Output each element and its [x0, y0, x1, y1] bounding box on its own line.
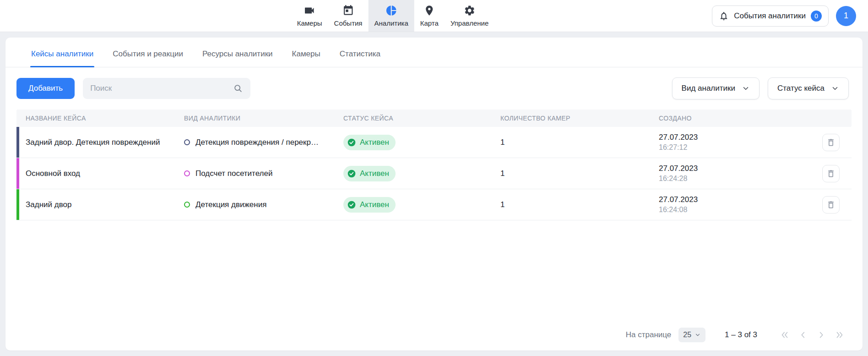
- nav-item-map[interactable]: Карта: [414, 0, 445, 32]
- per-page-value: 25: [683, 331, 691, 339]
- status-badge: Активен: [343, 197, 396, 213]
- analytics-type: Детекция движения: [195, 200, 266, 209]
- created-cell: 27.07.2023 16:27:12: [659, 133, 810, 152]
- case-status-filter[interactable]: Статус кейса: [768, 77, 849, 99]
- case-name: Задний двор: [26, 200, 184, 209]
- prev-page-button[interactable]: [796, 328, 810, 342]
- column-header-camera-count: КОЛИЧЕСТВО КАМЕР: [500, 115, 659, 122]
- nav-item-cameras[interactable]: Камеры: [291, 0, 328, 32]
- analytics-type: Подсчет посетителей: [195, 169, 272, 178]
- created-time: 16:24:08: [659, 206, 810, 214]
- camera-count: 1: [500, 200, 659, 209]
- per-page-select[interactable]: 25: [678, 328, 705, 342]
- table-row[interactable]: Задний двор. Детекция повреждений Детекц…: [16, 127, 852, 158]
- tab-analytics-cases[interactable]: Кейсы аналитики: [31, 49, 93, 67]
- analytics-page: Кейсы аналитики События и реакции Ресурс…: [5, 38, 863, 351]
- created-date: 27.07.2023: [659, 195, 810, 204]
- calendar-icon: [342, 5, 354, 18]
- delete-case-button[interactable]: [822, 196, 840, 214]
- main-nav: Камеры События Аналитика Карта Управлени…: [291, 0, 495, 32]
- analytics-type-ring-icon: [184, 202, 190, 208]
- first-page-button[interactable]: [777, 328, 792, 342]
- delete-case-button[interactable]: [822, 134, 840, 151]
- created-date: 27.07.2023: [659, 164, 810, 173]
- analytics-type-filter[interactable]: Вид аналитики: [672, 77, 760, 99]
- pager-controls: [777, 328, 847, 342]
- column-header-name: НАЗВАНИЕ КЕЙСА: [26, 115, 184, 122]
- analytics-type: Детекция повреждения / перекр…: [195, 138, 319, 147]
- tab-analytics-resources[interactable]: Ресурсы аналитики: [202, 49, 273, 67]
- pie-chart-icon: [385, 5, 397, 18]
- last-page-button[interactable]: [832, 328, 847, 342]
- next-page-button[interactable]: [814, 328, 829, 342]
- status-label: Активен: [360, 200, 389, 209]
- gear-icon: [464, 5, 476, 18]
- column-header-status: СТАТУС КЕЙСА: [343, 115, 500, 122]
- nav-item-settings[interactable]: Управление: [445, 0, 494, 32]
- created-cell: 27.07.2023 16:24:28: [659, 164, 810, 183]
- per-page-label: На странице: [626, 330, 672, 340]
- tab-cameras[interactable]: Камеры: [292, 49, 320, 67]
- check-circle-icon: [347, 138, 356, 147]
- events-button-label: События аналитики: [734, 11, 806, 21]
- tab-events-reactions[interactable]: События и реакции: [113, 49, 183, 67]
- toolbar: Добавить Вид аналитики Статус кейса: [5, 67, 863, 99]
- case-name: Основной вход: [26, 169, 184, 178]
- camera-count: 1: [500, 138, 659, 147]
- nav-label: Камеры: [297, 19, 322, 27]
- double-chevron-right-icon: [835, 330, 845, 340]
- search-icon: [233, 83, 243, 93]
- analytics-events-button[interactable]: События аналитики 0: [712, 5, 829, 27]
- chevron-left-icon: [798, 330, 808, 340]
- filter-label: Вид аналитики: [682, 84, 735, 93]
- chevron-down-icon: [831, 84, 839, 93]
- camera-icon: [304, 5, 315, 18]
- chevron-down-icon: [694, 332, 701, 338]
- double-chevron-left-icon: [780, 330, 790, 340]
- nav-label: Карта: [420, 19, 439, 27]
- chevron-down-icon: [742, 84, 750, 93]
- case-name: Задний двор. Детекция повреждений: [26, 138, 184, 147]
- check-circle-icon: [347, 169, 356, 178]
- table-header: НАЗВАНИЕ КЕЙСА ВИД АНАЛИТИКИ СТАТУС КЕЙС…: [16, 110, 852, 127]
- row-accent-bar: [16, 158, 19, 189]
- created-cell: 27.07.2023 16:24:08: [659, 195, 810, 214]
- nav-label: События: [334, 19, 363, 27]
- events-count-badge: 0: [811, 11, 822, 22]
- analytics-type-ring-icon: [184, 139, 190, 145]
- cases-table: НАЗВАНИЕ КЕЙСА ВИД АНАЛИТИКИ СТАТУС КЕЙС…: [16, 110, 852, 220]
- nav-label: Управление: [450, 19, 488, 27]
- tab-bar: Кейсы аналитики События и реакции Ресурс…: [5, 38, 863, 67]
- filters: Вид аналитики Статус кейса: [672, 77, 849, 99]
- nav-label: Аналитика: [374, 19, 408, 27]
- analytics-type-ring-icon: [184, 170, 190, 176]
- status-badge: Активен: [343, 135, 396, 150]
- nav-item-analytics[interactable]: Аналитика: [369, 0, 414, 32]
- status-label: Активен: [360, 138, 389, 147]
- created-time: 16:27:12: [659, 143, 810, 152]
- status-badge: Активен: [343, 166, 396, 181]
- top-bar: Камеры События Аналитика Карта Управлени…: [0, 0, 868, 32]
- created-time: 16:24:28: [659, 175, 810, 183]
- trash-icon: [826, 138, 835, 147]
- table-row[interactable]: Основной вход Подсчет посетителей Активе…: [16, 158, 852, 189]
- nav-item-events[interactable]: События: [328, 0, 369, 32]
- map-pin-icon: [423, 5, 435, 18]
- add-button[interactable]: Добавить: [16, 78, 75, 99]
- header-right: События аналитики 0 1: [712, 5, 868, 27]
- delete-case-button[interactable]: [822, 165, 840, 182]
- camera-count: 1: [500, 169, 659, 178]
- user-avatar[interactable]: 1: [836, 6, 856, 26]
- tab-statistics[interactable]: Статистика: [340, 49, 380, 67]
- bell-icon: [719, 11, 729, 21]
- trash-icon: [826, 169, 835, 178]
- row-accent-bar: [16, 127, 19, 158]
- pagination-bar: На странице 25 1 – 3 of 3: [5, 328, 863, 351]
- created-date: 27.07.2023: [659, 133, 810, 142]
- filter-label: Статус кейса: [777, 84, 825, 93]
- table-row[interactable]: Задний двор Детекция движения Активен 1 …: [16, 189, 852, 220]
- search-box: [83, 78, 250, 99]
- search-input[interactable]: [90, 84, 233, 93]
- page-range-label: 1 – 3 of 3: [725, 330, 757, 340]
- column-header-analytics-type: ВИД АНАЛИТИКИ: [184, 115, 343, 122]
